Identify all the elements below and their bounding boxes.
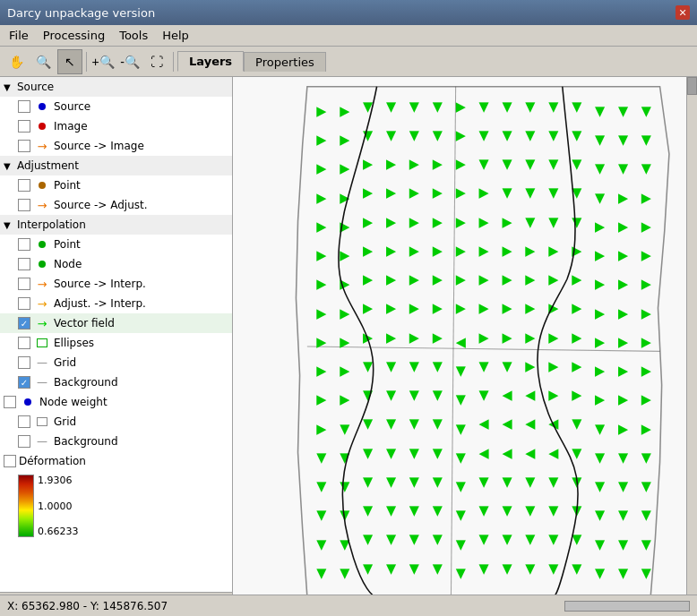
svg-text:▶: ▶ <box>316 276 327 291</box>
colorbar-top-value: 1.9306 <box>38 475 79 486</box>
colorbar-section: 1.9306 1.0000 0.66233 <box>0 471 232 541</box>
ellipses-layer-item[interactable]: Ellipses <box>0 333 232 353</box>
svg-text:▶: ▶ <box>595 247 606 262</box>
adjustment-section-header[interactable]: ▼ Adjustment <box>0 156 232 175</box>
interpolation-section-header[interactable]: ▼ Interpolation <box>0 215 232 235</box>
svg-text:▶: ▶ <box>502 300 512 315</box>
zoom-in2-button[interactable]: +🔍 <box>90 49 116 74</box>
adjust-interp-layer-item[interactable]: → Adjust. -> Interp. <box>0 294 232 313</box>
nw-grid-checkbox[interactable] <box>18 415 30 428</box>
svg-text:▼: ▼ <box>595 132 606 147</box>
zoom-in-button[interactable]: 🔍 <box>30 49 56 74</box>
horizontal-scrollbar[interactable] <box>564 601 690 612</box>
image-layer-item[interactable]: Image <box>0 116 232 136</box>
adj-source-layer-item[interactable]: → Source -> Adjust. <box>0 195 232 215</box>
svg-text:▼: ▼ <box>502 98 512 113</box>
interp-node-layer-item[interactable]: Node <box>0 254 232 274</box>
svg-text:◀: ◀ <box>525 444 536 459</box>
adj-point-checkbox[interactable] <box>18 179 30 192</box>
source-section-header[interactable]: ▼ Source <box>0 77 232 97</box>
svg-text:▼: ▼ <box>641 478 652 493</box>
image-checkbox[interactable] <box>18 120 30 133</box>
svg-text:▼: ▼ <box>479 98 490 113</box>
interp-point-layer-item[interactable]: Point <box>0 235 232 254</box>
svg-text:▶: ▶ <box>409 156 420 171</box>
vector-field-checkbox[interactable] <box>18 317 30 329</box>
svg-text:▼: ▼ <box>340 565 350 580</box>
svg-text:◀: ◀ <box>479 444 490 459</box>
nodeweight-layer-item[interactable]: Node weight <box>0 392 232 412</box>
menu-file[interactable]: File <box>4 28 34 43</box>
svg-text:▼: ▼ <box>386 127 397 142</box>
source-interp-arrow-icon: → <box>33 278 51 290</box>
nw-bg-label: Background <box>54 435 118 448</box>
menu-processing[interactable]: Processing <box>38 28 110 43</box>
svg-text:▼: ▼ <box>386 474 397 489</box>
hand-tool-button[interactable]: ✋ <box>4 49 29 74</box>
nw-bg-checkbox[interactable] <box>18 435 30 448</box>
source-layer-item[interactable]: Source <box>0 97 232 116</box>
vertical-scrollbar[interactable] <box>686 77 697 616</box>
svg-text:▼: ▼ <box>363 474 374 489</box>
svg-text:▶: ▶ <box>363 213 374 228</box>
nodeweight-checkbox[interactable] <box>4 396 16 408</box>
svg-text:▶: ▶ <box>479 243 490 258</box>
background-layer-item[interactable]: — Background <box>0 372 232 392</box>
toolbar-separator2 <box>173 52 174 72</box>
svg-text:▼: ▼ <box>409 474 420 489</box>
source-checkbox[interactable] <box>18 100 30 113</box>
svg-text:▼: ▼ <box>456 478 467 493</box>
nw-bg-layer-item[interactable]: — Background <box>0 432 232 451</box>
svg-text:◀: ◀ <box>525 415 536 431</box>
svg-text:▼: ▼ <box>502 474 512 489</box>
menu-help[interactable]: Help <box>157 28 194 43</box>
close-button[interactable]: ✕ <box>675 5 690 20</box>
menu-tools[interactable]: Tools <box>114 28 153 43</box>
layers-scroll[interactable]: ▼ Source Source Image → Source -> Image … <box>0 77 232 592</box>
source-interp-checkbox[interactable] <box>18 278 30 290</box>
svg-text:◀: ◀ <box>548 444 559 459</box>
fit-button[interactable]: ⛶ <box>144 49 169 74</box>
nw-grid-layer-item[interactable]: Grid <box>0 412 232 432</box>
svg-text:▶: ▶ <box>363 184 374 200</box>
source-image-layer-item[interactable]: → Source -> Image <box>0 136 232 156</box>
svg-text:▼: ▼ <box>386 387 397 402</box>
deformation-layer-item[interactable]: Déformation <box>0 451 232 471</box>
tab-properties[interactable]: Properties <box>244 52 326 72</box>
interp-node-checkbox[interactable] <box>18 258 30 270</box>
deformation-checkbox[interactable] <box>4 455 16 467</box>
svg-text:▼: ▼ <box>548 184 559 200</box>
select-button[interactable]: ↖ <box>57 49 82 74</box>
svg-text:▼: ▼ <box>456 420 467 435</box>
adjust-interp-checkbox[interactable] <box>18 297 30 310</box>
svg-text:▼: ▼ <box>456 449 467 465</box>
adjust-interp-arrow-icon: → <box>33 297 51 310</box>
svg-text:▼: ▼ <box>433 444 443 459</box>
svg-text:▶: ▶ <box>618 218 629 234</box>
svg-text:▶: ▶ <box>316 420 327 435</box>
zoom-out-button[interactable]: -🔍 <box>117 49 142 74</box>
svg-text:▶: ▶ <box>409 271 420 287</box>
svg-text:▼: ▼ <box>618 449 629 465</box>
background-checkbox[interactable] <box>18 376 30 389</box>
adj-point-layer-item[interactable]: Point <box>0 175 232 195</box>
ellipses-checkbox[interactable] <box>18 337 30 349</box>
tab-layers[interactable]: Layers <box>177 51 244 72</box>
svg-text:▼: ▼ <box>386 531 397 546</box>
svg-text:▶: ▶ <box>595 334 606 349</box>
svg-text:▶: ▶ <box>525 300 536 315</box>
source-image-checkbox[interactable] <box>18 140 30 152</box>
svg-text:▼: ▼ <box>409 358 420 373</box>
toolbar-separator <box>86 52 87 72</box>
svg-text:▼: ▼ <box>433 358 443 373</box>
grid-layer-item[interactable]: — Grid <box>0 353 232 372</box>
tab-bar: Layers Properties <box>177 51 326 72</box>
grid-checkbox[interactable] <box>18 356 30 369</box>
vector-field-layer-item[interactable]: → Vector field <box>0 313 232 333</box>
adj-source-checkbox[interactable] <box>18 199 30 211</box>
interp-point-checkbox[interactable] <box>18 238 30 251</box>
svg-text:▶: ▶ <box>525 329 536 344</box>
source-interp-layer-item[interactable]: → Source -> Interp. <box>0 274 232 294</box>
svg-text:▼: ▼ <box>479 474 490 489</box>
svg-text:▼: ▼ <box>363 560 374 575</box>
